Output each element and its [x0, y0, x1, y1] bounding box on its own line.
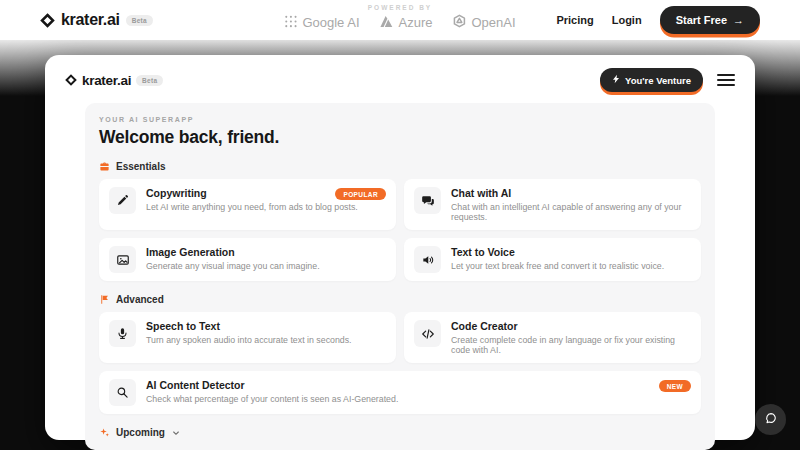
app-brand-name: krater.ai	[82, 73, 131, 88]
brand-name: krater.ai	[61, 11, 120, 29]
card-title: Copywriting	[146, 187, 358, 199]
speaker-icon	[414, 246, 441, 273]
card-title: Text to Voice	[451, 246, 664, 258]
start-free-button[interactable]: Start Free →	[660, 6, 760, 34]
advanced-card-grid: Speech to Text Turn any spoken audio int…	[99, 312, 701, 414]
openai-label: OpenAI	[471, 15, 515, 30]
card-text: Speech to Text Turn any spoken audio int…	[146, 320, 352, 345]
card-title: Code Creator	[451, 320, 691, 332]
card-desc: Let your text break free and convert it …	[451, 261, 664, 271]
section-upcoming[interactable]: Upcoming	[99, 427, 701, 438]
essentials-label: Essentials	[116, 161, 165, 172]
card-text: Chat with AI Chat with an intelligent AI…	[451, 187, 691, 222]
card-text: Copywriting Let AI write anything you ne…	[146, 187, 358, 212]
google-ai-label: Google AI	[302, 15, 359, 30]
dashboard-panel: YOUR AI SUPERAPP Welcome back, friend. E…	[85, 103, 715, 450]
card-desc: Generate any visual image you can imagin…	[146, 261, 320, 271]
essentials-card-grid: Copywriting Let AI write anything you ne…	[99, 179, 701, 281]
section-essentials: Essentials	[99, 161, 701, 172]
pricing-link[interactable]: Pricing	[556, 14, 593, 26]
nav-actions: Pricing Login Start Free →	[556, 6, 760, 34]
powered-by-block: POWERED BY Google AI Azure	[284, 4, 515, 31]
krater-diamond-icon	[40, 13, 55, 28]
azure-label: Azure	[399, 15, 433, 30]
google-dots-icon	[284, 15, 297, 31]
chat-widget-button[interactable]	[755, 404, 786, 435]
azure-triangle-icon	[380, 15, 394, 31]
card-speech-to-text[interactable]: Speech to Text Turn any spoken audio int…	[99, 312, 396, 363]
partner-logos: Google AI Azure OpenAI	[284, 14, 515, 31]
powered-by-label: POWERED BY	[284, 4, 515, 11]
card-text: Text to Voice Let your text break free a…	[451, 246, 664, 271]
hamburger-menu-icon[interactable]	[717, 71, 735, 89]
login-link[interactable]: Login	[612, 14, 642, 26]
card-image-generation[interactable]: Image Generation Generate any visual ima…	[99, 238, 396, 281]
sparkles-icon	[99, 427, 110, 438]
code-icon	[414, 320, 441, 347]
azure-logo: Azure	[380, 15, 433, 31]
card-text: Image Generation Generate any visual ima…	[146, 246, 320, 271]
card-text-to-voice[interactable]: Text to Voice Let your text break free a…	[404, 238, 701, 281]
popular-badge: POPULAR	[335, 188, 386, 200]
card-desc: Turn any spoken audio into accurate text…	[146, 335, 352, 345]
app-beta-badge: Beta	[136, 75, 163, 86]
flag-icon	[99, 294, 110, 305]
app-window: krater.ai Beta You're Venture YOUR AI SU…	[45, 55, 755, 440]
microphone-icon	[109, 320, 136, 347]
card-copywriting[interactable]: Copywriting Let AI write anything you ne…	[99, 179, 396, 230]
card-title: Speech to Text	[146, 320, 352, 332]
new-badge: NEW	[659, 380, 691, 392]
krater-logo[interactable]: krater.ai Beta	[40, 11, 153, 29]
openai-logo: OpenAI	[452, 14, 515, 31]
youre-venture-button[interactable]: You're Venture	[600, 68, 703, 92]
card-title: Chat with AI	[451, 187, 691, 199]
upcoming-label: Upcoming	[116, 427, 165, 438]
card-desc: Chat with an intelligent AI capable of a…	[451, 202, 691, 222]
card-desc: Check what percentage of your content is…	[146, 394, 398, 404]
advanced-label: Advanced	[116, 294, 164, 305]
briefcase-icon	[99, 161, 110, 172]
chat-bubble-icon	[763, 410, 779, 430]
page-title: Welcome back, friend.	[99, 127, 701, 148]
pencil-icon	[109, 187, 136, 214]
beta-badge: Beta	[126, 15, 153, 26]
app-header-actions: You're Venture	[600, 68, 735, 92]
plan-button-label: You're Venture	[625, 75, 691, 86]
chat-bubbles-icon	[414, 187, 441, 214]
card-code-creator[interactable]: Code Creator Create complete code in any…	[404, 312, 701, 363]
top-navigation-bar: krater.ai Beta POWERED BY Google AI	[0, 0, 800, 40]
arrow-right-icon: →	[733, 14, 744, 26]
app-window-header: krater.ai Beta You're Venture	[45, 55, 755, 101]
card-title: AI Content Detector	[146, 379, 398, 391]
image-icon	[109, 246, 136, 273]
lightning-bolt-icon	[612, 74, 620, 86]
card-ai-content-detector[interactable]: AI Content Detector Check what percentag…	[99, 371, 701, 414]
google-ai-logo: Google AI	[284, 15, 359, 31]
openai-knot-icon	[452, 14, 466, 31]
section-advanced: Advanced	[99, 294, 701, 305]
eyebrow-label: YOUR AI SUPERAPP	[99, 116, 701, 123]
detector-icon	[109, 379, 136, 406]
card-title: Image Generation	[146, 246, 320, 258]
card-desc: Let AI write anything you need, from ads…	[146, 202, 358, 212]
app-krater-logo[interactable]: krater.ai Beta	[65, 73, 163, 88]
chevron-down-icon	[172, 429, 180, 437]
card-desc: Create complete code in any language or …	[451, 335, 691, 355]
card-text: AI Content Detector Check what percentag…	[146, 379, 398, 404]
card-text: Code Creator Create complete code in any…	[451, 320, 691, 355]
card-chat-with-ai[interactable]: Chat with AI Chat with an intelligent AI…	[404, 179, 701, 230]
krater-diamond-icon	[65, 74, 77, 86]
start-free-label: Start Free	[676, 14, 727, 26]
